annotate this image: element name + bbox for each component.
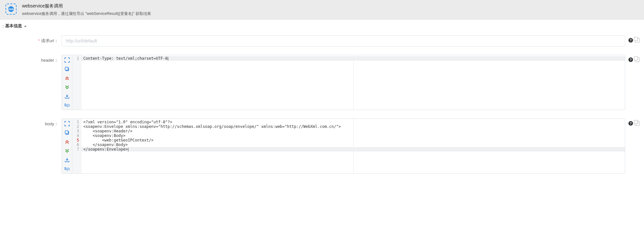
page-subtitle: webservice服务调用，通过属性导出 "webServiceResult|… <box>22 11 151 17</box>
duplicate-icon[interactable] <box>635 57 639 62</box>
line-number[interactable]: 1 <box>72 56 81 61</box>
row-body: body： <box>3 118 641 174</box>
code-line[interactable]: <soapenv:Body> <box>81 133 625 138</box>
help-icon[interactable]: ? <box>628 38 633 43</box>
drag-handle-icon: :: <box>3 24 3 28</box>
fullscreen-icon[interactable] <box>64 121 70 127</box>
double-up-icon[interactable] <box>64 75 70 81</box>
body-code-editor[interactable]: 1234567 <?xml version="1.0" encoding="ut… <box>62 118 625 174</box>
page-header: WEB webservice服务调用 webservice服务调用，通过属性导出… <box>0 0 644 20</box>
format-code-icon[interactable] <box>64 166 70 172</box>
editor-toolbar <box>62 55 72 110</box>
row-url: *请求url： ? <box>3 35 641 46</box>
code-line[interactable]: </soapenv:Body> <box>81 142 625 147</box>
row-header: header： <box>3 55 641 110</box>
double-down-icon[interactable] <box>64 84 70 90</box>
line-number[interactable]: 3 <box>72 129 81 133</box>
code-line[interactable]: <?xml version="1.0" encoding="utf-8"?> <box>81 120 625 124</box>
help-icon[interactable]: ? <box>628 57 633 62</box>
download-icon[interactable] <box>64 157 70 163</box>
editor-toolbar <box>62 119 72 173</box>
duplicate-icon[interactable] <box>635 38 639 43</box>
copy-icon[interactable] <box>64 66 70 72</box>
svg-rect-6 <box>65 131 68 134</box>
page-title: webservice服务调用 <box>22 3 151 9</box>
format-code-icon[interactable] <box>64 103 70 108</box>
double-up-icon[interactable] <box>64 139 70 145</box>
download-icon[interactable] <box>64 93 70 99</box>
code-line[interactable]: <web:getGeoIPContext/> <box>81 138 625 142</box>
label-body: body： <box>3 118 62 127</box>
web-logo-icon: WEB <box>5 3 17 15</box>
code-line[interactable]: <soapenv:Header/> <box>81 129 625 133</box>
label-url: *请求url： <box>3 35 62 44</box>
label-header: header： <box>3 55 62 63</box>
help-icon[interactable]: ? <box>628 121 633 126</box>
chevron-up-icon <box>24 25 27 27</box>
line-number[interactable]: 1 <box>72 120 81 124</box>
svg-text:WEB: WEB <box>8 8 14 10</box>
section-title: 基本信息 <box>5 23 22 29</box>
code-line[interactable]: <soapenv:Envelope xmlns:soapenv="http://… <box>81 124 625 129</box>
copy-icon[interactable] <box>64 130 70 136</box>
line-number[interactable]: 6 <box>72 142 81 147</box>
fullscreen-icon[interactable] <box>64 57 70 63</box>
header-code-editor[interactable]: 1 Content-Type: text/xml;charset=UTF-8 <box>62 55 625 110</box>
code-line[interactable]: </soapenv:Envelope> <box>81 147 625 152</box>
line-number[interactable]: 4 <box>72 133 81 138</box>
required-star-icon: * <box>38 38 40 43</box>
url-input[interactable] <box>62 35 625 46</box>
double-down-icon[interactable] <box>64 148 70 154</box>
line-number[interactable]: 5 <box>72 138 81 142</box>
section-header-basic[interactable]: :: 基本信息 <box>0 20 644 32</box>
line-number[interactable]: 7 <box>72 147 81 152</box>
duplicate-icon[interactable] <box>635 121 639 126</box>
svg-rect-4 <box>65 67 68 70</box>
code-line[interactable]: Content-Type: text/xml;charset=UTF-8 <box>81 56 625 61</box>
form-area: *请求url： ? header： <box>0 32 644 195</box>
line-number[interactable]: 2 <box>72 124 81 129</box>
